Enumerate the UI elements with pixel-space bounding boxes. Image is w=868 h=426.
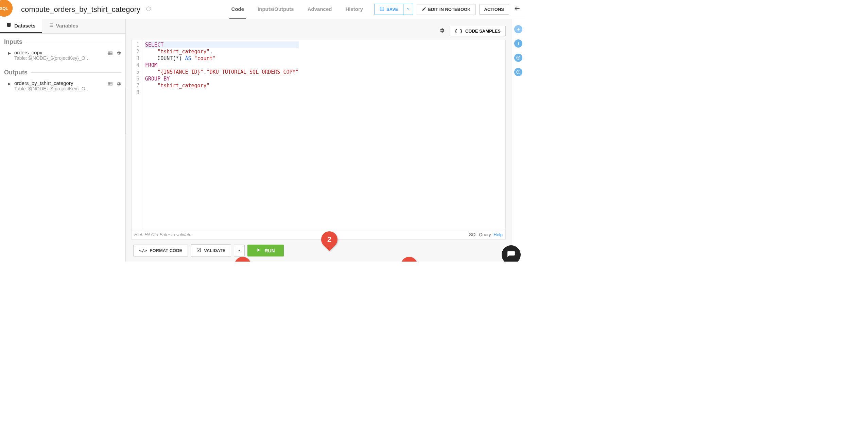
tab-advanced[interactable]: Advanced [306, 0, 334, 19]
main-panel: { } CODE SAMPLES 12345678 SELECT "tshirt… [126, 19, 511, 262]
format-code-label: FORMAT CODE [150, 248, 182, 253]
code-samples-button[interactable]: { } CODE SAMPLES [450, 26, 506, 36]
svg-rect-18 [197, 248, 201, 252]
svg-rect-24 [518, 43, 519, 45]
sidebar-tab-variables-label: Variables [56, 23, 79, 29]
tab-inputs-outputs[interactable]: Inputs/Outputs [256, 0, 296, 19]
save-button-group: SAVE [375, 4, 413, 15]
output-dataset-row[interactable]: ▶ orders_by_tshirt_category Table: ${NOD… [0, 78, 125, 95]
validate-button[interactable]: VALIDATE [191, 244, 231, 257]
edit-in-notebook-button[interactable]: EDIT IN NOTEBOOK [417, 4, 476, 15]
database-icon [6, 22, 12, 29]
editor-toolbar: { } CODE SAMPLES [131, 24, 506, 40]
validate-label: VALIDATE [204, 248, 225, 253]
help-link[interactable]: Help [493, 232, 503, 237]
run-label: RUN [264, 248, 275, 253]
dataset-table-path: Table: ${NODE}_${projectKey}_O… [14, 86, 96, 91]
header-bar: SQL compute_orders_by_tshirt_category Co… [0, 0, 525, 19]
outputs-section-title: Outputs [0, 64, 125, 78]
check-icon [196, 248, 201, 253]
validate-dropdown-button[interactable] [234, 245, 245, 256]
right-rail [511, 19, 525, 262]
pin-3-number: 3 [407, 261, 411, 262]
dataset-info: orders_copy Table: ${NODE}_${projectKey}… [14, 50, 106, 61]
actions-button[interactable]: ACTIONS [479, 4, 509, 15]
input-dataset-row[interactable]: ▶ orders_copy Table: ${NODE}_${projectKe… [0, 48, 125, 64]
dataset-table-path: Table: ${NODE}_${projectKey}_O… [14, 55, 96, 61]
dataset-action-icons [108, 51, 121, 57]
dataset-action-icons [108, 81, 121, 87]
dataset-name: orders_copy [14, 50, 106, 55]
caret-right-icon: ▶ [8, 51, 11, 55]
sidebar-tabs: Datasets Variables [0, 19, 125, 34]
hint-text: Hint: Hit Ctrl-Enter to validate [134, 232, 191, 237]
save-button-label: SAVE [386, 7, 398, 12]
pin-1-number: 1 [241, 261, 245, 262]
sql-badge: SQL [0, 0, 13, 17]
sidebar-tab-variables[interactable]: Variables [42, 19, 85, 33]
hint-right: SQL Query Help [469, 232, 503, 237]
hint-bar: Hint: Hit Ctrl-Enter to validate SQL Que… [131, 230, 506, 239]
dataset-name: orders_by_tshirt_category [14, 80, 106, 86]
save-dropdown-button[interactable] [403, 4, 413, 15]
recipe-name: compute_orders_by_tshirt_category [21, 5, 140, 14]
svg-marker-19 [238, 250, 240, 251]
caret-up-icon [238, 248, 241, 253]
list-icon [48, 22, 53, 29]
chat-bubble-icon[interactable] [502, 245, 521, 262]
svg-rect-8 [108, 52, 112, 55]
main-tabs: Code Inputs/Outputs Advanced History [229, 0, 365, 19]
gear-icon[interactable] [116, 81, 121, 87]
save-icon [380, 6, 384, 12]
sql-query-label: SQL Query [469, 232, 491, 237]
run-button[interactable]: RUN [247, 245, 283, 256]
format-code-button[interactable]: </> FORMAT CODE [133, 245, 188, 256]
header-actions: SAVE EDIT IN NOTEBOOK ACTIONS [375, 4, 509, 15]
sidebar-tab-datasets-label: Datasets [14, 23, 36, 29]
inputs-section-title: Inputs [0, 34, 125, 48]
play-icon [256, 248, 261, 253]
rail-plus-icon[interactable] [514, 25, 522, 33]
braces-icon: { } [455, 29, 463, 34]
gear-icon[interactable] [116, 51, 121, 57]
code-editor[interactable]: 12345678 SELECT "tshirt_category", COUNT… [131, 40, 506, 230]
pin-2-number: 2 [327, 235, 331, 244]
code-icon: </> [139, 248, 147, 253]
action-row: </> FORMAT CODE VALIDATE [131, 239, 506, 262]
edit-in-notebook-label: EDIT IN NOTEBOOK [428, 7, 471, 12]
inputs-section-label: Inputs [4, 38, 22, 46]
line-gutter: 12345678 [132, 40, 142, 230]
annotation-pin-1: 1 [235, 257, 251, 262]
rail-discuss-icon[interactable] [514, 54, 522, 62]
actions-button-label: ACTIONS [484, 7, 504, 12]
code-content[interactable]: SELECT "tshirt_category", COUNT(*) AS "c… [142, 40, 301, 230]
sql-badge-text: SQL [0, 6, 8, 11]
save-button[interactable]: SAVE [375, 4, 403, 15]
sidebar-tab-datasets[interactable]: Datasets [0, 19, 42, 33]
sidebar: Datasets Variables Inputs ▶ orders_copy … [0, 19, 126, 262]
svg-marker-20 [258, 248, 260, 251]
dataset-info: orders_by_tshirt_category Table: ${NODE}… [14, 80, 106, 91]
outputs-section-label: Outputs [4, 69, 28, 76]
annotation-pin-3: 3 [401, 257, 417, 262]
annotation-pin-2: 2 [321, 231, 337, 250]
rail-info-icon[interactable] [514, 39, 522, 48]
rail-clock-icon[interactable] [514, 68, 522, 76]
caret-right-icon: ▶ [8, 82, 11, 86]
svg-rect-13 [108, 82, 112, 85]
back-arrow-icon[interactable] [514, 5, 521, 14]
code-samples-label: CODE SAMPLES [465, 29, 501, 34]
tab-code[interactable]: Code [229, 0, 246, 19]
table-icon[interactable] [108, 81, 113, 87]
reload-icon[interactable] [146, 6, 151, 13]
svg-point-23 [518, 42, 519, 43]
pencil-icon [422, 7, 426, 12]
table-icon[interactable] [108, 51, 113, 57]
settings-gear-icon[interactable] [439, 28, 445, 35]
divider [26, 42, 121, 42]
chevron-down-icon [406, 7, 410, 12]
tab-history[interactable]: History [343, 0, 365, 19]
divider [31, 72, 121, 73]
